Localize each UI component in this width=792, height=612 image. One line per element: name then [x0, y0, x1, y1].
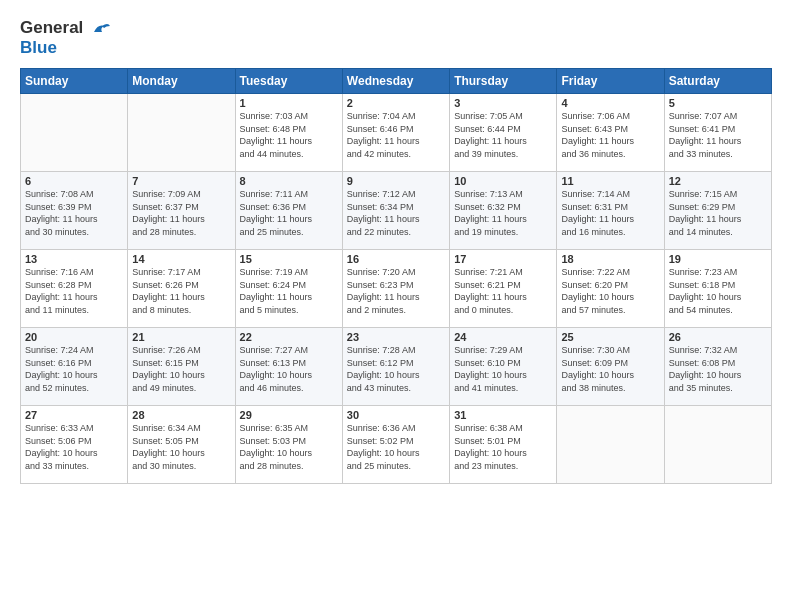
day-number: 31 [454, 409, 552, 421]
day-number: 26 [669, 331, 767, 343]
cal-cell: 12Sunrise: 7:15 AM Sunset: 6:29 PM Dayli… [664, 172, 771, 250]
day-info: Sunrise: 6:38 AM Sunset: 5:01 PM Dayligh… [454, 422, 552, 472]
day-number: 5 [669, 97, 767, 109]
day-number: 13 [25, 253, 123, 265]
day-number: 1 [240, 97, 338, 109]
cal-cell [21, 94, 128, 172]
day-number: 20 [25, 331, 123, 343]
logo-blue: Blue [20, 38, 57, 58]
cal-cell: 22Sunrise: 7:27 AM Sunset: 6:13 PM Dayli… [235, 328, 342, 406]
day-number: 2 [347, 97, 445, 109]
logo-bird-icon [90, 18, 112, 40]
logo-general: General [20, 18, 83, 37]
cal-cell: 5Sunrise: 7:07 AM Sunset: 6:41 PM Daylig… [664, 94, 771, 172]
logo: General Blue [20, 18, 112, 58]
day-info: Sunrise: 7:07 AM Sunset: 6:41 PM Dayligh… [669, 110, 767, 160]
cal-cell: 2Sunrise: 7:04 AM Sunset: 6:46 PM Daylig… [342, 94, 449, 172]
day-info: Sunrise: 7:14 AM Sunset: 6:31 PM Dayligh… [561, 188, 659, 238]
day-info: Sunrise: 7:12 AM Sunset: 6:34 PM Dayligh… [347, 188, 445, 238]
day-number: 18 [561, 253, 659, 265]
cal-cell: 20Sunrise: 7:24 AM Sunset: 6:16 PM Dayli… [21, 328, 128, 406]
cal-cell: 3Sunrise: 7:05 AM Sunset: 6:44 PM Daylig… [450, 94, 557, 172]
cal-cell: 31Sunrise: 6:38 AM Sunset: 5:01 PM Dayli… [450, 406, 557, 484]
day-info: Sunrise: 7:17 AM Sunset: 6:26 PM Dayligh… [132, 266, 230, 316]
cal-cell: 23Sunrise: 7:28 AM Sunset: 6:12 PM Dayli… [342, 328, 449, 406]
day-number: 10 [454, 175, 552, 187]
cal-cell: 11Sunrise: 7:14 AM Sunset: 6:31 PM Dayli… [557, 172, 664, 250]
day-info: Sunrise: 7:16 AM Sunset: 6:28 PM Dayligh… [25, 266, 123, 316]
calendar-table: SundayMondayTuesdayWednesdayThursdayFrid… [20, 68, 772, 484]
day-info: Sunrise: 7:11 AM Sunset: 6:36 PM Dayligh… [240, 188, 338, 238]
day-number: 9 [347, 175, 445, 187]
col-header-monday: Monday [128, 69, 235, 94]
day-number: 17 [454, 253, 552, 265]
day-info: Sunrise: 7:28 AM Sunset: 6:12 PM Dayligh… [347, 344, 445, 394]
calendar-header-row: SundayMondayTuesdayWednesdayThursdayFrid… [21, 69, 772, 94]
cal-cell: 14Sunrise: 7:17 AM Sunset: 6:26 PM Dayli… [128, 250, 235, 328]
cal-cell: 24Sunrise: 7:29 AM Sunset: 6:10 PM Dayli… [450, 328, 557, 406]
day-number: 24 [454, 331, 552, 343]
day-number: 27 [25, 409, 123, 421]
cal-cell [664, 406, 771, 484]
day-info: Sunrise: 7:03 AM Sunset: 6:48 PM Dayligh… [240, 110, 338, 160]
cal-cell: 13Sunrise: 7:16 AM Sunset: 6:28 PM Dayli… [21, 250, 128, 328]
day-number: 22 [240, 331, 338, 343]
col-header-friday: Friday [557, 69, 664, 94]
cal-cell: 15Sunrise: 7:19 AM Sunset: 6:24 PM Dayli… [235, 250, 342, 328]
day-number: 12 [669, 175, 767, 187]
week-row-2: 6Sunrise: 7:08 AM Sunset: 6:39 PM Daylig… [21, 172, 772, 250]
day-number: 28 [132, 409, 230, 421]
day-number: 4 [561, 97, 659, 109]
day-number: 19 [669, 253, 767, 265]
day-info: Sunrise: 7:04 AM Sunset: 6:46 PM Dayligh… [347, 110, 445, 160]
cal-cell: 1Sunrise: 7:03 AM Sunset: 6:48 PM Daylig… [235, 94, 342, 172]
cal-cell: 4Sunrise: 7:06 AM Sunset: 6:43 PM Daylig… [557, 94, 664, 172]
day-number: 29 [240, 409, 338, 421]
day-info: Sunrise: 7:13 AM Sunset: 6:32 PM Dayligh… [454, 188, 552, 238]
day-number: 16 [347, 253, 445, 265]
day-number: 6 [25, 175, 123, 187]
week-row-1: 1Sunrise: 7:03 AM Sunset: 6:48 PM Daylig… [21, 94, 772, 172]
cal-cell: 25Sunrise: 7:30 AM Sunset: 6:09 PM Dayli… [557, 328, 664, 406]
day-number: 14 [132, 253, 230, 265]
day-info: Sunrise: 7:27 AM Sunset: 6:13 PM Dayligh… [240, 344, 338, 394]
day-info: Sunrise: 7:26 AM Sunset: 6:15 PM Dayligh… [132, 344, 230, 394]
day-info: Sunrise: 7:22 AM Sunset: 6:20 PM Dayligh… [561, 266, 659, 316]
cal-cell: 30Sunrise: 6:36 AM Sunset: 5:02 PM Dayli… [342, 406, 449, 484]
day-number: 7 [132, 175, 230, 187]
cal-cell: 19Sunrise: 7:23 AM Sunset: 6:18 PM Dayli… [664, 250, 771, 328]
header: General Blue [20, 18, 772, 58]
cal-cell: 9Sunrise: 7:12 AM Sunset: 6:34 PM Daylig… [342, 172, 449, 250]
day-info: Sunrise: 7:21 AM Sunset: 6:21 PM Dayligh… [454, 266, 552, 316]
cal-cell: 17Sunrise: 7:21 AM Sunset: 6:21 PM Dayli… [450, 250, 557, 328]
day-number: 11 [561, 175, 659, 187]
day-info: Sunrise: 7:24 AM Sunset: 6:16 PM Dayligh… [25, 344, 123, 394]
day-info: Sunrise: 6:34 AM Sunset: 5:05 PM Dayligh… [132, 422, 230, 472]
day-number: 3 [454, 97, 552, 109]
cal-cell: 18Sunrise: 7:22 AM Sunset: 6:20 PM Dayli… [557, 250, 664, 328]
day-info: Sunrise: 7:09 AM Sunset: 6:37 PM Dayligh… [132, 188, 230, 238]
day-number: 21 [132, 331, 230, 343]
day-info: Sunrise: 7:20 AM Sunset: 6:23 PM Dayligh… [347, 266, 445, 316]
page: General Blue SundayMondayTuesdayWednesda… [0, 0, 792, 612]
day-info: Sunrise: 6:36 AM Sunset: 5:02 PM Dayligh… [347, 422, 445, 472]
day-info: Sunrise: 7:19 AM Sunset: 6:24 PM Dayligh… [240, 266, 338, 316]
cal-cell: 8Sunrise: 7:11 AM Sunset: 6:36 PM Daylig… [235, 172, 342, 250]
day-info: Sunrise: 7:29 AM Sunset: 6:10 PM Dayligh… [454, 344, 552, 394]
day-info: Sunrise: 7:23 AM Sunset: 6:18 PM Dayligh… [669, 266, 767, 316]
col-header-thursday: Thursday [450, 69, 557, 94]
day-number: 25 [561, 331, 659, 343]
col-header-wednesday: Wednesday [342, 69, 449, 94]
cal-cell: 7Sunrise: 7:09 AM Sunset: 6:37 PM Daylig… [128, 172, 235, 250]
day-number: 15 [240, 253, 338, 265]
cal-cell [128, 94, 235, 172]
col-header-tuesday: Tuesday [235, 69, 342, 94]
week-row-5: 27Sunrise: 6:33 AM Sunset: 5:06 PM Dayli… [21, 406, 772, 484]
cal-cell: 26Sunrise: 7:32 AM Sunset: 6:08 PM Dayli… [664, 328, 771, 406]
cal-cell: 29Sunrise: 6:35 AM Sunset: 5:03 PM Dayli… [235, 406, 342, 484]
week-row-3: 13Sunrise: 7:16 AM Sunset: 6:28 PM Dayli… [21, 250, 772, 328]
col-header-saturday: Saturday [664, 69, 771, 94]
day-info: Sunrise: 6:33 AM Sunset: 5:06 PM Dayligh… [25, 422, 123, 472]
day-number: 30 [347, 409, 445, 421]
week-row-4: 20Sunrise: 7:24 AM Sunset: 6:16 PM Dayli… [21, 328, 772, 406]
